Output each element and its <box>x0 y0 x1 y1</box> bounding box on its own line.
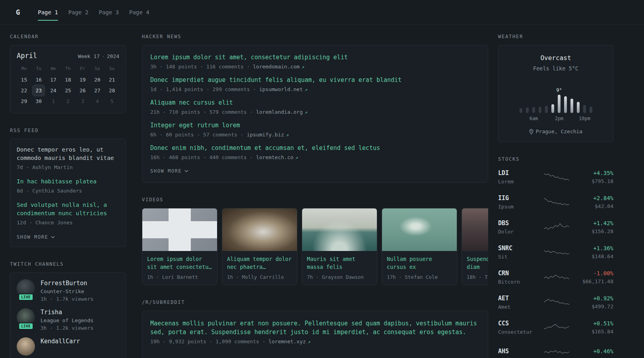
stock-sparkline <box>536 347 577 358</box>
video-title[interactable]: Suspendisse diam <box>467 255 488 271</box>
stock-row[interactable]: CCSConsectetur +0.51%$165.84 <box>498 318 613 337</box>
calendar-days-grid: 1516171819202122232425262728293012345 <box>17 74 119 107</box>
weather-panel: Overcast Feels like 5°C 9° 6am2pm10pm Pr… <box>498 45 613 142</box>
hn-item-stats: 3h · 148 points · 116 comments · <box>150 64 253 70</box>
hn-item-domain[interactable]: ipsumify.biz <box>247 132 284 138</box>
weather-bar <box>520 108 522 113</box>
twitch-channel-row[interactable]: KendallCarr <box>17 337 119 356</box>
video-thumbnail <box>302 208 377 251</box>
rss-item: Donec tempor eros leo, ut commodo mauris… <box>17 146 119 170</box>
weather-bar <box>532 107 535 113</box>
video-card[interactable]: Aliquam tempor dolor nec phaetra… 1h · M… <box>222 208 297 285</box>
stock-row[interactable]: SNRCSit +1.36%$148.64 <box>498 243 613 261</box>
twitch-channel-game: Counter-Strike <box>41 288 93 294</box>
calendar-year: 2024 <box>107 53 119 59</box>
tab-page-2[interactable]: Page 2 <box>63 8 94 17</box>
stock-ticker: AHS <box>498 348 536 355</box>
hn-item-domain[interactable]: loremlandia.org <box>256 109 303 115</box>
stock-row[interactable]: AHS +0.46% <box>498 343 613 358</box>
weather-feels-like: Feels like 5°C <box>505 65 607 72</box>
video-card[interactable]: Mauris sit amet massa felis 7h · Grayson… <box>302 208 377 285</box>
video-title[interactable]: Mauris sit amet massa felis <box>307 255 372 271</box>
hn-item-domain[interactable]: loremdomain.com <box>253 64 299 70</box>
stock-row[interactable]: DBSDolor +1.42%$156.28 <box>498 218 613 236</box>
calendar-day-header: Tu <box>31 66 46 71</box>
stock-sparkline <box>536 322 577 333</box>
hn-item-domain[interactable]: ipsumworld.net <box>259 86 303 92</box>
twitch-channel-name[interactable]: KendallCarr <box>41 338 80 345</box>
stock-name: Sit <box>498 254 536 260</box>
video-title[interactable]: Nullam posuere cursus ex <box>387 255 452 271</box>
twitch-channel-game: League of Legends <box>41 317 93 323</box>
video-card[interactable]: Nullam posuere cursus ex 17h · Stefan Co… <box>382 208 457 285</box>
live-badge: LIVE <box>18 323 33 330</box>
video-title[interactable]: Lorem ipsum dolor sit amet consectetu… <box>147 255 212 271</box>
hacker-news-panel: Lorem ipsum dolor sit amet, consectetur … <box>142 45 488 183</box>
hn-item-meta: 3h · 148 points · 116 comments · loremdo… <box>150 64 480 70</box>
stocks-widget: STOCKS LDILorem +4.35%$795.18 IIGIpsum +… <box>498 156 613 358</box>
calendar-month: April <box>17 52 37 60</box>
weather-widget-header: WEATHER <box>498 34 613 39</box>
hn-item-title[interactable]: Donec imperdiet augue tincidunt felis al… <box>150 76 480 84</box>
hn-item-title[interactable]: Aliquam nec cursus elit <box>150 99 480 107</box>
hacker-news-widget: HACKER NEWS Lorem ipsum dolor sit amet, … <box>142 34 488 183</box>
video-meta: 1h · Molly Carrillo <box>227 274 292 280</box>
rss-widget: RSS FEED Donec tempor eros leo, ut commo… <box>10 128 126 247</box>
twitch-channel-row[interactable]: LIVE ForrestBurton Counter-Strike 1h · 1… <box>17 279 119 302</box>
rss-item-title[interactable]: In hac habitasse platea <box>17 177 119 186</box>
external-link-icon: ↗ <box>308 339 310 344</box>
video-card-body: Mauris sit amet massa felis 7h · Grayson… <box>302 251 377 285</box>
calendar-day-header: Mo <box>17 66 31 71</box>
stock-row[interactable]: CRNBitcorn -1.00%$66,171.48 <box>498 268 613 286</box>
rss-item-meta: 7d · Ashlyn Martin <box>17 164 119 170</box>
calendar-day: 24 <box>47 85 59 96</box>
weather-condition: Overcast <box>505 54 607 62</box>
app-logo[interactable]: G <box>16 8 20 16</box>
video-card[interactable]: Lorem ipsum dolor sit amet consectetu… 1… <box>142 208 217 285</box>
calendar-day: 26 <box>77 85 89 96</box>
stock-price: $165.84 <box>577 329 613 335</box>
video-title[interactable]: Aliquam tempor dolor nec phaetra… <box>227 255 292 271</box>
weather-time-label: 6am <box>530 116 538 121</box>
hn-item-stats: 21h · 710 points · 579 comments · <box>150 109 256 115</box>
subreddit-widget: /R/SUBREDDIT Maecenas mollis pulvinar er… <box>142 300 488 358</box>
rss-item-title[interactable]: Donec tempor eros leo, ut commodo mauris… <box>17 146 119 162</box>
twitch-channel-row[interactable]: LIVE Trisha League of Legends 3h · 1.2k … <box>17 308 119 331</box>
weather-times: 6am2pm10pm <box>505 116 607 122</box>
stock-price: $499.72 <box>577 304 613 309</box>
stock-row[interactable]: LDILorem +4.35%$795.18 <box>498 167 613 186</box>
hn-item-title[interactable]: Integer eget rutrum lorem <box>150 121 480 130</box>
calendar-week-year: Week 17·2024 <box>78 53 119 59</box>
hn-item-domain[interactable]: loremtech.co <box>256 154 293 160</box>
hn-item-title[interactable]: Lorem ipsum dolor sit amet, consectetur … <box>150 53 480 62</box>
calendar-day: 28 <box>106 85 118 96</box>
hn-show-more-button[interactable]: SHOW MORE <box>150 168 188 174</box>
stock-sparkline <box>536 222 577 232</box>
hn-item-meta: 16h · 468 points · 440 comments · loremt… <box>150 154 480 160</box>
rss-item-title[interactable]: Sed volutpat nulla nisl, a condimentum n… <box>17 201 119 218</box>
stock-ticker: IIG <box>498 195 536 202</box>
chevron-down-icon <box>184 170 188 172</box>
reddit-post-title[interactable]: Maecenas mollis pulvinar erat non posuer… <box>150 319 480 337</box>
external-link-icon: ↗ <box>286 132 289 138</box>
reddit-post-domain[interactable]: loremnet.xyz <box>268 339 306 344</box>
weather-location-text: Prague, Czechia <box>536 128 582 134</box>
tab-page-3[interactable]: Page 3 <box>93 8 124 17</box>
stock-ticker: CRN <box>498 270 536 277</box>
video-card-body: Nullam posuere cursus ex 17h · Stefan Co… <box>382 251 457 285</box>
twitch-channel-name[interactable]: Trisha <box>41 309 62 316</box>
rss-show-more-button[interactable]: SHOW MORE <box>17 234 55 240</box>
hn-item-title[interactable]: Donec enim nibh, condimentum et accumsan… <box>150 144 480 152</box>
calendar-day: 4 <box>91 96 103 107</box>
twitch-channel-name[interactable]: ForrestBurton <box>41 280 87 287</box>
stock-row[interactable]: AETAmet +0.92%$499.72 <box>498 293 613 311</box>
external-link-icon: ↗ <box>305 87 308 92</box>
video-card[interactable]: Suspendisse diam 18h · Tara <box>462 208 488 285</box>
tab-page-1[interactable]: Page 1 <box>33 8 63 17</box>
chevron-down-icon <box>51 236 55 238</box>
external-link-icon: ↗ <box>295 155 298 160</box>
hn-item-stats: 1d · 1,414 points · 299 comments · <box>150 86 259 92</box>
stock-row[interactable]: IIGIpsum +2.84%$42.04 <box>498 193 613 211</box>
twitch-panel: LIVE ForrestBurton Counter-Strike 1h · 1… <box>10 272 126 358</box>
tab-page-4[interactable]: Page 4 <box>124 8 155 17</box>
